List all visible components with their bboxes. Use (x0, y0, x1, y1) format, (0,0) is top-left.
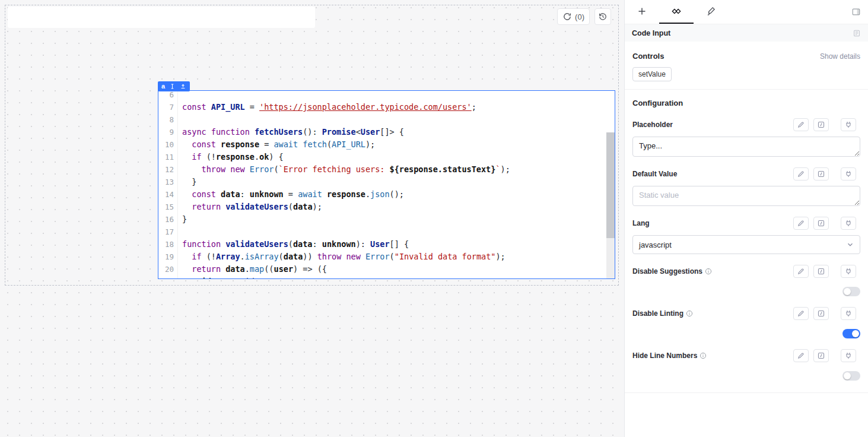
code-text: } (178, 176, 196, 188)
code-line: 15 return validateUsers(data); (158, 201, 606, 213)
edit-placeholder-button[interactable] (793, 118, 809, 131)
property-disable-suggestions: Disable Suggestions (632, 264, 860, 296)
code-line: 16} (158, 213, 606, 226)
code-line: 12 throw new Error(`Error fetching users… (158, 163, 606, 176)
controls-title: Controls (632, 52, 664, 61)
code-input-widget[interactable]: 67const API_URL = 'https://jsonplacehold… (158, 90, 615, 279)
property-placeholder: Placeholder (632, 118, 860, 157)
hide-line-numbers-toggle[interactable] (842, 371, 860, 381)
line-number: 17 (158, 226, 178, 238)
brush-icon (705, 6, 716, 17)
widget-name-badge[interactable]: a (161, 83, 165, 90)
disable-linting-label: Disable Linting (632, 309, 693, 318)
canvas-toolbar: (0) (557, 8, 611, 25)
scrollbar-thumb[interactable] (606, 132, 615, 238)
edit-lang-button[interactable] (793, 217, 809, 230)
canvas[interactable]: (0) a 67const API_URL = 'https://jsonpla… (0, 0, 624, 437)
lang-select-value: javascript (639, 240, 672, 249)
selected-component-title: Code Input (632, 29, 670, 37)
hide-line-numbers-label: Hide Line Numbers (632, 352, 707, 360)
code-line: 7const API_URL = 'https://jsonplaceholde… (158, 101, 606, 113)
edit-default-value-button[interactable] (793, 167, 809, 180)
tab-style[interactable] (694, 0, 728, 24)
line-number: 6 (158, 90, 178, 101)
connect-disable-linting-button[interactable] (841, 307, 856, 320)
disable-suggestions-label: Disable Suggestions (632, 267, 712, 276)
line-number: 7 (158, 101, 178, 113)
lang-select[interactable]: javascript (632, 235, 860, 254)
default-value-input[interactable] (632, 186, 860, 206)
pencil-icon (797, 267, 805, 276)
code-text: async function fetchUsers(): Promise<Use… (178, 126, 404, 138)
bind-disable-suggestions-button[interactable] (813, 265, 829, 278)
code-line: 10 const response = await fetch(API_URL)… (158, 138, 606, 151)
code-line: 17 (158, 226, 606, 238)
bind-placeholder-button[interactable] (813, 118, 829, 131)
code-line: 19 if (!Array.isArray(data)) throw new E… (158, 251, 606, 263)
configuration-title: Configuration (632, 99, 860, 107)
bind-lang-button[interactable] (813, 217, 829, 230)
binding-icon (817, 352, 825, 360)
tab-component[interactable] (659, 0, 694, 24)
edit-hide-line-numbers-button[interactable] (793, 349, 809, 362)
history-button[interactable] (594, 8, 611, 25)
code-text: return data.map((user) => ({ (178, 263, 327, 276)
configuration-section: Configuration PlaceholderDefault ValueLa… (625, 99, 868, 381)
code-text: if (!response.ok) { (178, 151, 284, 163)
disable-suggestions-toggle[interactable] (842, 287, 860, 296)
collapse-panel-button[interactable] (851, 7, 861, 17)
plug-icon (844, 121, 853, 129)
info-icon[interactable] (686, 310, 693, 317)
controls-section: Controls Show details setValue (625, 52, 868, 81)
property-hide-line-numbers: Hide Line Numbers (632, 349, 860, 381)
code-text (178, 90, 182, 101)
code-text: const response = await fetch(API_URL); (178, 138, 375, 151)
edit-disable-linting-button[interactable] (793, 307, 809, 320)
disable-linting-toggle[interactable] (842, 329, 860, 338)
toggle-knob (852, 330, 859, 337)
plug-icon (844, 219, 853, 227)
widget-icon (671, 6, 682, 17)
plug-icon (844, 352, 853, 360)
canvas-header-block[interactable] (8, 7, 315, 28)
document-icon (853, 29, 861, 37)
bind-disable-linting-button[interactable] (813, 307, 829, 320)
show-details-button[interactable]: Show details (820, 52, 860, 61)
refresh-queries-button[interactable]: (0) (557, 8, 590, 25)
line-number: 18 (158, 238, 178, 251)
property-disable-linting: Disable Linting (632, 306, 860, 338)
inspector-tabs (625, 0, 868, 24)
connect-disable-suggestions-button[interactable] (841, 265, 856, 278)
connect-placeholder-button[interactable] (841, 118, 856, 131)
move-up-icon[interactable] (180, 83, 186, 90)
bind-default-value-button[interactable] (813, 167, 829, 180)
tab-insert[interactable] (625, 0, 659, 24)
pencil-icon (797, 219, 805, 227)
binding-icon (817, 309, 825, 318)
panel-header: Code Input (625, 24, 868, 42)
line-number: 13 (158, 176, 178, 188)
edit-disable-suggestions-button[interactable] (793, 265, 809, 278)
connect-default-value-button[interactable] (841, 167, 856, 180)
info-icon[interactable] (700, 352, 707, 359)
method-chip-setValue[interactable]: setValue (632, 67, 672, 81)
line-number: 11 (158, 151, 178, 163)
binding-icon (817, 121, 825, 129)
bind-hide-line-numbers-button[interactable] (813, 349, 829, 362)
docs-button[interactable] (853, 29, 861, 37)
info-icon[interactable] (705, 268, 712, 275)
code-text: throw new Error(`Error fetching users: $… (178, 163, 510, 176)
binding-icon (817, 267, 825, 276)
chevron-down-icon (847, 241, 854, 248)
line-number: 14 (158, 188, 178, 201)
line-number: 15 (158, 201, 178, 213)
widget-quick-toolbar: a (158, 81, 190, 91)
text-cursor-icon[interactable] (169, 83, 176, 90)
property-default-value: Default Value (632, 167, 860, 206)
code-text: id: user.id, (178, 276, 259, 279)
connect-lang-button[interactable] (841, 217, 856, 230)
connect-hide-line-numbers-button[interactable] (841, 349, 856, 362)
plug-icon (844, 267, 853, 276)
binding-icon (817, 219, 825, 227)
placeholder-input[interactable] (632, 137, 860, 157)
